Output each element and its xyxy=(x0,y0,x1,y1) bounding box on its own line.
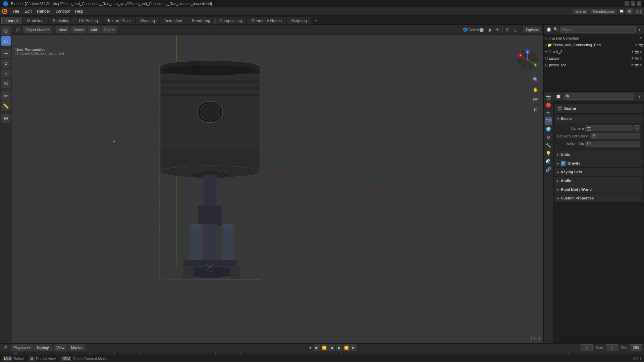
piston2-eye-icon[interactable]: 👁 xyxy=(631,57,634,60)
marker-menu[interactable]: Marker xyxy=(68,344,85,351)
tab-geometry-nodes[interactable]: Geometry Nodes xyxy=(247,17,286,24)
outliner-item-piston-rod[interactable]: ▾ 📁 Piston_and_Connecting_Rod 👁 📷 xyxy=(544,42,644,48)
play-back-button[interactable]: ◀ xyxy=(328,344,335,351)
section-rigid-body-header[interactable]: ▸ Rigid Body World xyxy=(554,185,643,193)
camera-edit-icon[interactable]: ✏ xyxy=(634,125,640,131)
view-menu-timeline[interactable]: View xyxy=(54,344,67,351)
playback-menu[interactable]: Playback ▾ xyxy=(11,344,33,351)
title-bar-controls[interactable]: — □ ✕ xyxy=(625,1,641,6)
render-layer-selector[interactable]: RenderLayer xyxy=(590,9,617,14)
add-workspace-button[interactable]: + xyxy=(312,16,320,24)
tab-texture-paint[interactable]: Texture Paint xyxy=(103,17,135,24)
maximize-button[interactable]: □ xyxy=(631,1,635,6)
viewport-shading-solid[interactable]: ⬤ xyxy=(478,26,485,34)
prop-particles-btn[interactable]: 💡 xyxy=(545,149,552,157)
scene-selector[interactable]: Scene xyxy=(573,9,588,14)
3d-viewport[interactable]: ⬡ Object Mode ▾ View Select Add Object 🌐… xyxy=(12,25,543,343)
gravity-checkbox[interactable] xyxy=(561,161,566,166)
view-menu[interactable]: View xyxy=(56,26,69,34)
outliner-item-piston-rod2[interactable]: ⬡ piston_rod 👁 📷 ⚙ xyxy=(544,62,644,68)
zoom-icon[interactable]: 🔍 xyxy=(531,75,540,84)
tab-animation[interactable]: Animation xyxy=(160,17,186,24)
timeline-editor-icon[interactable]: ⏱ xyxy=(2,344,9,351)
piston2-render-icon[interactable]: 📷 xyxy=(635,57,639,60)
editor-type-icon[interactable]: ⬡ xyxy=(14,26,21,34)
prop-object-btn[interactable]: ⚙ xyxy=(545,133,552,141)
object-menu[interactable]: Object xyxy=(101,26,117,34)
menu-window[interactable]: Window xyxy=(53,8,72,14)
pistonrod-eye-icon[interactable]: 👁 xyxy=(631,63,634,67)
scale-tool[interactable]: ⤡ xyxy=(1,69,11,78)
menu-edit[interactable]: Edit xyxy=(22,8,34,14)
play-button[interactable]: ▶ xyxy=(336,344,342,351)
section-gravity-header[interactable]: ▸ Gravity xyxy=(554,159,643,167)
prop-scene-btn[interactable]: 🎬 xyxy=(545,117,552,125)
end-frame-input[interactable]: 250 xyxy=(630,344,642,351)
viewport-options-button[interactable]: Options xyxy=(523,27,541,33)
viewport-shading-lookdev[interactable]: ◑ xyxy=(486,26,493,34)
piston-eye-icon[interactable]: 👁 xyxy=(635,43,638,47)
close-button[interactable]: ✕ xyxy=(637,1,641,6)
cursor-tool[interactable]: ⊕ xyxy=(1,26,11,36)
fullscreen-toggle[interactable]: ⛶ xyxy=(635,9,643,14)
step-back-button[interactable]: ⏪ xyxy=(321,344,328,351)
outliner-item-piston[interactable]: ⬡ piston 👁 📷 ⚙ xyxy=(544,55,644,62)
keying-menu[interactable]: Keying ▾ xyxy=(34,344,53,351)
outliner-scene-collection[interactable]: ▾ ⬡ Scene Collection 👁 xyxy=(544,35,644,42)
overlays-toggle[interactable]: ⊞ xyxy=(504,26,512,34)
camera-value[interactable]: 📷 xyxy=(585,125,633,131)
tab-shading[interactable]: Shading xyxy=(136,17,159,24)
current-frame-input[interactable]: 1 xyxy=(581,344,593,351)
navigation-gizmo[interactable]: Z Y X xyxy=(516,48,539,72)
jump-end-button[interactable]: ⏭ xyxy=(351,344,357,351)
prop-render-btn[interactable]: 📷 xyxy=(545,93,552,101)
background-scene-value[interactable]: 🎬 xyxy=(590,133,640,139)
global-selector[interactable]: 🌐 Global ▾ xyxy=(468,26,475,34)
add-tool[interactable]: ⊞ xyxy=(1,114,11,123)
eye-icon[interactable]: 👁 xyxy=(639,37,643,40)
measure-tool[interactable]: 📏 xyxy=(1,101,11,111)
outliner-search-input[interactable] xyxy=(560,26,636,33)
rotate-tool[interactable]: ↺ xyxy=(1,59,11,68)
section-scene-header[interactable]: ▾ Scene xyxy=(554,115,643,123)
link2-eye-icon[interactable]: 👁 xyxy=(631,50,634,54)
add-menu[interactable]: Add xyxy=(88,26,100,34)
section-custom-props-header[interactable]: ▸ Custom Properties xyxy=(554,194,643,202)
move-tool[interactable]: ✛ xyxy=(1,49,11,58)
properties-search-input[interactable] xyxy=(564,94,634,100)
section-audio-header[interactable]: ▸ Audio xyxy=(554,177,643,185)
tab-scripting[interactable]: Scripting xyxy=(287,17,311,24)
minimize-button[interactable]: — xyxy=(625,1,629,6)
pan-icon[interactable]: ✋ xyxy=(531,85,540,94)
properties-filter-icon[interactable]: ▼ xyxy=(638,95,641,99)
jump-start-button[interactable]: ⏮ xyxy=(314,344,320,351)
tab-layout[interactable]: Layout xyxy=(1,17,22,24)
menu-file[interactable]: File xyxy=(10,8,22,14)
menu-render[interactable]: Render xyxy=(34,8,53,14)
camera-view-icon[interactable]: 📷 xyxy=(531,95,540,104)
select-menu[interactable]: Select xyxy=(71,26,87,34)
outliner-filter-icon[interactable]: ▼ xyxy=(638,27,641,32)
prop-world-btn[interactable]: 🌍 xyxy=(545,125,552,133)
section-units-header[interactable]: ▸ Units xyxy=(554,150,643,159)
link2-render-icon[interactable]: 📷 xyxy=(635,50,639,54)
step-forward-button[interactable]: ⏩ xyxy=(343,344,350,351)
tab-rendering[interactable]: Rendering xyxy=(187,17,214,24)
start-frame-input[interactable]: 1 xyxy=(606,344,618,351)
piston-render-icon[interactable]: 📷 xyxy=(639,43,643,47)
prop-viewlayer-btn[interactable]: 👁 xyxy=(545,109,552,117)
tab-sculpting[interactable]: Sculpting xyxy=(49,17,74,24)
prop-physics-btn[interactable]: 🌊 xyxy=(545,158,552,165)
annotate-tool[interactable]: ✏ xyxy=(1,91,11,101)
tab-uv-editing[interactable]: UV Editing xyxy=(74,17,102,24)
viewport-canvas[interactable]: User Perspective (1) Scene Collection | … xyxy=(12,35,543,343)
prop-output-btn[interactable]: 🔴 xyxy=(545,101,552,109)
grid-view-icon[interactable]: ⊞ xyxy=(531,105,540,114)
transform-tool[interactable]: ⧉ xyxy=(1,79,11,88)
prop-modifier-btn[interactable]: 🔧 xyxy=(545,141,552,149)
menu-help[interactable]: Help xyxy=(72,8,86,14)
active-clip-value[interactable]: 🎞 xyxy=(585,141,640,147)
prop-constraints-btn[interactable]: 🔗 xyxy=(545,166,552,173)
pistonrod-render-icon[interactable]: 📷 xyxy=(635,63,639,67)
select-tool[interactable]: ◻ xyxy=(1,36,11,46)
